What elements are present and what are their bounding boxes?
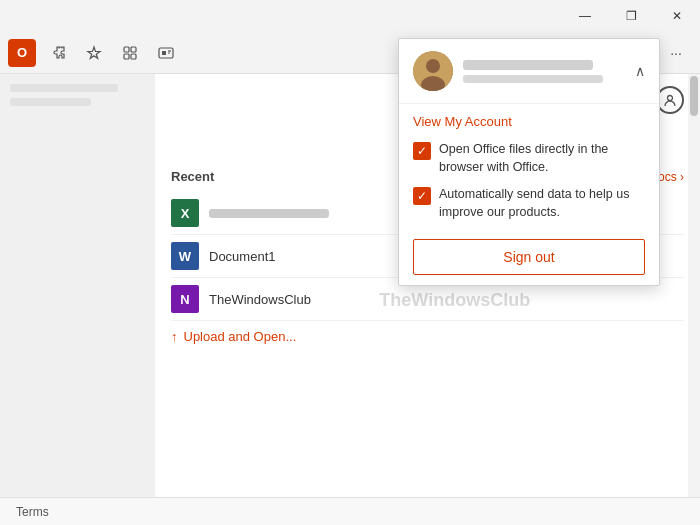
extensions-icon[interactable]: [42, 37, 74, 69]
office-icon-button[interactable]: O: [8, 39, 36, 67]
checkbox-send-data-label: Automatically send data to help us impro…: [439, 186, 645, 221]
sign-out-button[interactable]: Sign out: [413, 239, 645, 275]
dropdown-avatar: [413, 51, 453, 91]
checkbox-send-data-row: ✓ Automatically send data to help us imp…: [413, 186, 645, 221]
excel-icon-label: X: [181, 206, 190, 221]
dropdown-header: ∧: [399, 39, 659, 104]
dropdown-body: View My Account ✓ Open Office files dire…: [399, 104, 659, 285]
svg-rect-0: [124, 47, 129, 52]
terms-label[interactable]: Terms: [16, 505, 49, 519]
svg-point-11: [668, 96, 673, 101]
svg-rect-5: [162, 51, 166, 55]
more-button[interactable]: ···: [660, 37, 692, 69]
sign-in-icon[interactable]: [656, 86, 684, 114]
dropdown-chevron-icon[interactable]: ∧: [635, 63, 645, 79]
restore-button[interactable]: ❐: [608, 0, 654, 32]
svg-rect-2: [124, 54, 129, 59]
dropdown-panel: ∧ View My Account ✓ Open Office files di…: [398, 38, 660, 286]
browser-window: — ❐ ✕ O: [0, 0, 700, 525]
svg-point-13: [426, 59, 440, 73]
onenote-icon-label: N: [180, 292, 189, 307]
scrollbar[interactable]: [688, 74, 700, 525]
checkbox-office-files[interactable]: ✓: [413, 142, 431, 160]
favorites-icon[interactable]: [78, 37, 110, 69]
title-bar: — ❐ ✕: [0, 0, 700, 32]
checkbox-office-files-row: ✓ Open Office files directly in the brow…: [413, 141, 645, 176]
upload-icon: ↑: [171, 329, 178, 344]
recent-label: Recent: [171, 169, 214, 184]
upload-open-link[interactable]: ↑ Upload and Open...: [171, 329, 684, 344]
word-icon-label: W: [179, 249, 191, 264]
checkbox-office-files-label: Open Office files directly in the browse…: [439, 141, 645, 176]
doc-name-onenote: TheWindowsClub: [209, 292, 311, 307]
title-bar-buttons: — ❐ ✕: [562, 0, 700, 32]
excel-icon: X: [171, 199, 199, 227]
collections-icon[interactable]: [114, 37, 146, 69]
doc-name-word: Document1: [209, 249, 275, 264]
dropdown-user-name: [463, 60, 593, 70]
view-my-account-link[interactable]: View My Account: [413, 114, 645, 129]
upload-label: Upload and Open...: [184, 329, 297, 344]
word-icon: W: [171, 242, 199, 270]
page-sidebar: [0, 74, 155, 525]
dropdown-user-info: [463, 60, 645, 83]
scrollbar-thumb[interactable]: [690, 76, 698, 116]
checkmark-icon-2: ✓: [417, 190, 427, 202]
terms-bar: Terms: [0, 497, 700, 525]
blurred-doc-name: [209, 209, 329, 218]
checkbox-send-data[interactable]: ✓: [413, 187, 431, 205]
checkmark-icon: ✓: [417, 145, 427, 157]
onenote-icon: N: [171, 285, 199, 313]
svg-rect-3: [131, 54, 136, 59]
minimize-button[interactable]: —: [562, 0, 608, 32]
close-button[interactable]: ✕: [654, 0, 700, 32]
svg-rect-1: [131, 47, 136, 52]
media-icon[interactable]: [150, 37, 182, 69]
more-icon: ···: [670, 45, 682, 61]
dropdown-user-email: [463, 75, 603, 83]
office-icon: O: [17, 45, 27, 60]
